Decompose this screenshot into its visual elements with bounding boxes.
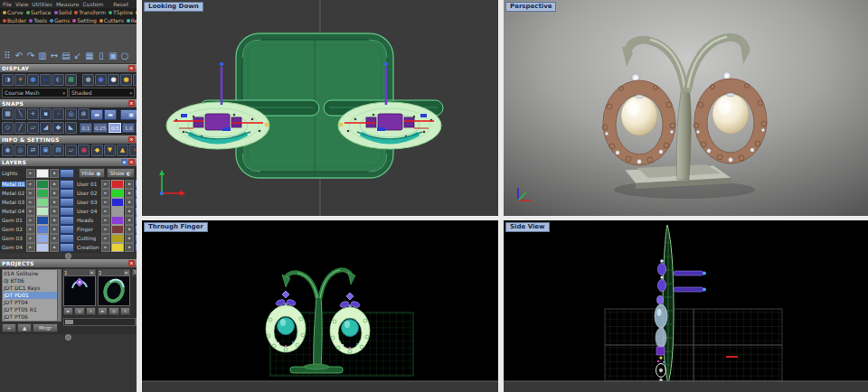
shaded-sphere-icon[interactable]: ●: [27, 74, 39, 86]
layer-name[interactable]: Metal 03: [2, 200, 25, 205]
intersection-snap-icon[interactable]: ⊗: [78, 108, 90, 120]
ribbon-tab-render[interactable]: Render: [126, 17, 137, 23]
display-panel-header[interactable]: DISPLAY ×: [0, 64, 137, 72]
delete-project-button[interactable]: ×: [120, 307, 130, 315]
gem-weight-icon[interactable]: ◆: [91, 145, 103, 156]
new-page-icon[interactable]: ▤: [61, 51, 71, 62]
snap-increment-1.0[interactable]: 1.0: [122, 123, 135, 133]
project-thumbnail[interactable]: [98, 275, 130, 306]
minimize-icon[interactable]: ▪: [121, 159, 127, 165]
layer-color-swatch[interactable]: [36, 243, 49, 252]
layer-lock-icon[interactable]: ▪: [125, 225, 134, 234]
near-snap-icon[interactable]: ╲: [14, 108, 26, 120]
layer-color-swatch[interactable]: [111, 180, 124, 189]
layer-color-swatch[interactable]: [36, 169, 49, 178]
layer-color-swatch[interactable]: [111, 207, 124, 216]
layer-name[interactable]: User 04: [77, 209, 100, 214]
layer-expand-button[interactable]: ►: [26, 189, 35, 198]
sheet-icon[interactable]: ▣: [108, 51, 118, 62]
layer-expand-button[interactable]: ►: [26, 198, 35, 207]
quad-snap-icon[interactable]: ◇: [2, 122, 14, 134]
gold-sphere-icon[interactable]: ●: [120, 74, 132, 86]
layer-name[interactable]: Cutting: [77, 236, 100, 241]
through-finger-canvas[interactable]: [142, 220, 498, 392]
menu-item-utilities[interactable]: Utilities: [32, 1, 52, 7]
layer-name[interactable]: Metal 01: [2, 182, 25, 187]
layer-lock-icon[interactable]: ▪: [50, 243, 59, 252]
layer-name[interactable]: Gem 01: [2, 218, 25, 223]
ribbon-tab-surface[interactable]: Surface: [25, 9, 52, 15]
layer-name[interactable]: User 02: [77, 191, 100, 196]
project-item[interactable]: 01A Solitaire: [3, 270, 61, 277]
layer-expand-button[interactable]: ►: [101, 180, 110, 189]
snap-increment-0.25[interactable]: 0.25: [93, 123, 108, 133]
ribbon-tab-curve[interactable]: Curve: [2, 9, 24, 15]
layer-expand-button[interactable]: ►: [26, 225, 35, 234]
layer-color-swatch[interactable]: [36, 207, 49, 216]
preview-project-button[interactable]: ◎: [108, 307, 118, 315]
layer-color-swatch[interactable]: [111, 243, 124, 252]
layer-color-swatch[interactable]: [111, 225, 124, 234]
ghost-sphere-icon[interactable]: ●: [82, 74, 94, 86]
layer-lock-icon[interactable]: ▪: [125, 243, 134, 252]
menu-item-measure[interactable]: Measure: [56, 1, 80, 7]
layer-visibility-bar[interactable]: [60, 234, 74, 243]
projects-panel-header[interactable]: PROJECTS ×: [0, 259, 137, 267]
layer-name[interactable]: Lights: [2, 171, 25, 176]
viewport-label[interactable]: Side View: [505, 222, 550, 232]
viewport-through-finger[interactable]: Through Finger: [142, 220, 498, 392]
measure-info-icon[interactable]: ◎: [14, 145, 26, 156]
page-info-icon[interactable]: ▤: [52, 145, 64, 156]
perspective-canvas[interactable]: [504, 0, 868, 216]
shading-mode-dropdown[interactable]: Shaded ▾: [69, 88, 135, 98]
layer-visibility-bar[interactable]: [60, 225, 74, 234]
planar-toggle-button[interactable]: ▬: [104, 109, 117, 120]
layer-name[interactable]: Metal 04: [2, 209, 25, 214]
layer-expand-button[interactable]: ►: [26, 207, 35, 216]
end-snap-icon[interactable]: ◦: [52, 108, 64, 120]
layer-expand-button[interactable]: ►: [101, 198, 110, 207]
project-item[interactable]: JDT PT05 R1: [3, 306, 61, 313]
layer-lock-icon[interactable]: ▪: [125, 180, 134, 189]
layer-expand-button[interactable]: ►: [101, 234, 110, 243]
scrollbar-handle[interactable]: [65, 320, 73, 324]
layer-lock-icon[interactable]: ▪: [50, 169, 59, 178]
ribbon-tab-cutters[interactable]: Cutters: [99, 17, 125, 23]
pen-snap-icon[interactable]: ▱: [27, 122, 39, 134]
layer-expand-button[interactable]: ►: [101, 225, 110, 234]
slot-expand-button[interactable]: ►: [124, 270, 129, 275]
select-info-icon[interactable]: ◉: [2, 145, 14, 156]
panel-collapse-handle[interactable]: [0, 334, 137, 340]
layer-expand-button[interactable]: ►: [101, 207, 110, 216]
layer-color-swatch[interactable]: [111, 189, 124, 198]
layer-visibility-bar[interactable]: [60, 216, 74, 225]
clock-display-icon[interactable]: ◑: [2, 74, 14, 86]
close-icon[interactable]: ×: [128, 100, 135, 107]
selection-dots-icon[interactable]: ⠿: [2, 51, 13, 62]
project-snap-icon[interactable]: ◢: [40, 122, 52, 134]
import-settings-icon[interactable]: ▲: [117, 145, 128, 156]
swirl-sphere-icon[interactable]: ◐: [52, 74, 64, 86]
snaps-panel-header[interactable]: SNAPS ×: [0, 99, 137, 107]
notes-icon[interactable]: ▱: [65, 145, 77, 156]
ribbon-tab-solid[interactable]: Solid: [53, 9, 73, 15]
layer-expand-button[interactable]: ►: [26, 169, 35, 178]
blue-sphere-icon[interactable]: ●: [95, 74, 107, 86]
menu-item-custom[interactable]: Custom: [82, 1, 103, 7]
panel-collapse-handle[interactable]: [0, 253, 137, 258]
layer-lock-icon[interactable]: ▪: [125, 198, 134, 207]
track-snap-icon[interactable]: ◣: [65, 122, 77, 134]
layer-color-swatch[interactable]: [111, 216, 124, 225]
viewport-side-view[interactable]: Side View: [504, 220, 868, 392]
layer-expand-button[interactable]: ►: [26, 243, 35, 252]
layer-lock-icon[interactable]: ▪: [50, 189, 59, 198]
ribbon-tab-tspline[interactable]: TSpline: [108, 9, 134, 15]
white-sphere-icon[interactable]: ●: [108, 74, 119, 86]
layer-lock-icon[interactable]: ▪: [125, 216, 134, 225]
side-view-canvas[interactable]: [504, 220, 868, 392]
layer-name[interactable]: Gem 04: [2, 245, 25, 250]
layer-lock-icon[interactable]: ▪: [50, 234, 59, 243]
ribbon-tab-setting[interactable]: Setting: [71, 17, 97, 23]
layer-visibility-bar[interactable]: [60, 169, 74, 178]
menu-item-reset[interactable]: Reset: [113, 1, 134, 7]
